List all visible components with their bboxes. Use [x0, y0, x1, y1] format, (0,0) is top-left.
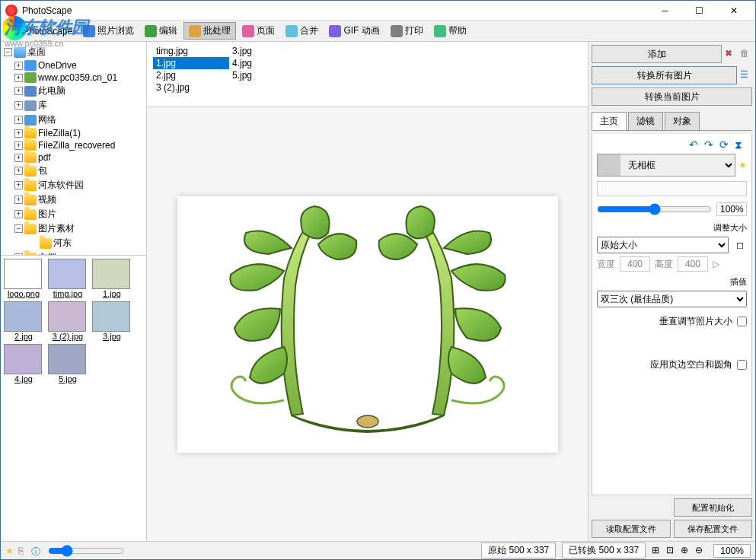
opacity-slider[interactable] — [597, 203, 712, 215]
apply-margin-checkbox[interactable] — [737, 360, 747, 370]
height-label: 高度 — [655, 258, 673, 271]
toolbar-帮助[interactable]: 帮助 — [429, 23, 471, 39]
star-icon[interactable]: ★ — [738, 160, 747, 170]
delete-icon[interactable]: ✖ — [725, 48, 737, 60]
info-status-icon[interactable]: ⓘ — [31, 546, 42, 556]
zoom-level: 100% — [713, 544, 751, 558]
redo-icon[interactable]: ↷ — [704, 138, 716, 151]
tree-node[interactable]: −图片素材 — [4, 221, 143, 236]
thumb-size-slider[interactable] — [48, 545, 124, 557]
toolbar-批处理[interactable]: 批处理 — [183, 22, 236, 40]
interp-select[interactable]: 双三次 (最佳品质) — [597, 291, 747, 307]
grid-icon[interactable]: ⊞ — [652, 545, 664, 557]
zoom-in-icon[interactable]: ⊕ — [681, 545, 693, 557]
convert-all-button[interactable]: 转换所有图片 — [592, 66, 737, 84]
toolbar-编辑[interactable]: 编辑 — [140, 23, 182, 39]
maximize-button[interactable]: ☐ — [682, 1, 716, 21]
add-button[interactable]: 添加 — [592, 45, 722, 63]
original-size-info: 原始 500 x 337 — [481, 542, 556, 558]
vertical-adjust-label: 垂直调节照片大小 — [659, 315, 732, 328]
file-item[interactable]: timg.jpg — [153, 45, 229, 57]
tab-对象[interactable]: 对象 — [665, 112, 700, 130]
tree-node[interactable]: +此电脑 — [4, 84, 143, 98]
close-button[interactable]: ✕ — [716, 1, 751, 21]
file-item[interactable]: 5.jpg — [229, 69, 305, 81]
apply-margin-label: 应用页边空白和圆角 — [650, 358, 732, 371]
thumbnail[interactable]: 4.jpg — [4, 344, 43, 383]
folder-tree[interactable]: − 桌面 +OneDrive+www.pc0359.cn_01+此电脑+库+网络… — [1, 42, 146, 255]
minimize-button[interactable]: ─ — [648, 1, 682, 21]
tab-滤镜[interactable]: 滤镜 — [628, 112, 663, 130]
toolbar-合并[interactable]: 合并 — [281, 23, 323, 39]
tree-node[interactable]: +www.pc0359.cn_01 — [4, 72, 143, 84]
resize-label: 调整大小 — [597, 222, 747, 234]
file-item[interactable]: 3.jpg — [229, 45, 305, 57]
thumbnail[interactable]: timg.jpg — [48, 259, 88, 298]
thumbnail[interactable]: 2.jpg — [4, 301, 43, 341]
size-mode-select[interactable]: 原始大小 — [597, 237, 729, 253]
read-config-button[interactable]: 读取配置文件 — [592, 520, 671, 538]
file-item[interactable]: 3 (2).jpg — [153, 81, 229, 94]
file-list: timg.jpg1.jpg2.jpg3 (2).jpg 3.jpg4.jpg5.… — [147, 42, 588, 107]
height-field[interactable]: 400 — [678, 256, 708, 272]
hourglass-icon[interactable]: ⧗ — [735, 138, 747, 151]
toolbar: PhotoScape照片浏览编辑批处理页面合并GIF 动画打印帮助 — [1, 21, 755, 42]
config-init-button[interactable]: 配置初始化 — [674, 498, 753, 517]
copy-status-icon[interactable]: ⎘ — [18, 546, 29, 556]
width-label: 宽度 — [597, 258, 615, 271]
trash-icon[interactable]: 🗑 — [740, 48, 752, 60]
zoom-out-icon[interactable]: ⊖ — [695, 545, 707, 557]
thumbnail-panel: logo.pngtimg.jpg1.jpg2.jpg3 (2).jpg3.jpg… — [1, 255, 146, 541]
preview-canvas[interactable] — [177, 196, 558, 453]
lock-icon[interactable]: ◻ — [733, 240, 747, 250]
thumbnail[interactable]: logo.png — [4, 259, 43, 298]
width-field[interactable]: 400 — [620, 256, 650, 272]
fit-icon[interactable]: ⊡ — [666, 545, 678, 557]
window-title: PhotoScape — [22, 5, 648, 16]
tree-node[interactable]: +包 — [4, 164, 143, 178]
file-item[interactable]: 2.jpg — [153, 69, 229, 81]
opacity-value: 100% — [716, 202, 747, 216]
thumbnail[interactable]: 3 (2).jpg — [48, 301, 88, 341]
preview-image — [185, 202, 550, 446]
apply-size-icon[interactable]: ▷ — [713, 259, 719, 269]
list-icon[interactable]: ☰ — [740, 69, 752, 81]
frame-selector[interactable]: 无相框 — [597, 154, 735, 177]
preview-area — [147, 107, 588, 541]
settings-tabs: 主页滤镜对象 — [592, 112, 752, 131]
interp-label: 插值 — [597, 276, 747, 288]
convert-current-button[interactable]: 转换当前图片 — [592, 88, 752, 106]
tree-node[interactable]: +pdf — [4, 151, 143, 164]
file-item[interactable]: 4.jpg — [229, 57, 305, 69]
tab-主页[interactable]: 主页 — [592, 112, 627, 130]
watermark: 河东软件园 www.pc0359.cn — [5, 16, 88, 48]
frame-preview-bar — [597, 181, 747, 196]
converted-size-info: 已转换 500 x 337 — [562, 542, 646, 558]
tree-node[interactable]: 河东 — [4, 236, 143, 250]
tree-node[interactable]: +图片 — [4, 207, 143, 221]
file-item[interactable]: 1.jpg — [153, 57, 229, 69]
refresh-icon[interactable]: ⟳ — [719, 138, 732, 151]
thumbnail[interactable]: 3.jpg — [92, 301, 132, 341]
thumbnail[interactable]: 5.jpg — [48, 344, 88, 383]
tree-node[interactable]: +库 — [4, 98, 143, 113]
toolbar-页面[interactable]: 页面 — [238, 23, 279, 39]
svg-point-0 — [357, 415, 378, 428]
star-status-icon[interactable]: ★ — [5, 546, 16, 556]
thumbnail[interactable]: 1.jpg — [92, 259, 132, 298]
tree-node[interactable]: +视频 — [4, 192, 143, 207]
app-icon — [5, 5, 18, 17]
toolbar-GIF 动画[interactable]: GIF 动画 — [324, 23, 384, 39]
save-config-button[interactable]: 保存配置文件 — [674, 520, 753, 538]
vertical-adjust-checkbox[interactable] — [737, 317, 747, 326]
tree-node[interactable]: +OneDrive — [4, 59, 143, 72]
toolbar-打印[interactable]: 打印 — [386, 23, 428, 39]
tree-node[interactable]: +河东软件园 — [4, 178, 143, 192]
undo-icon[interactable]: ↶ — [689, 138, 701, 151]
